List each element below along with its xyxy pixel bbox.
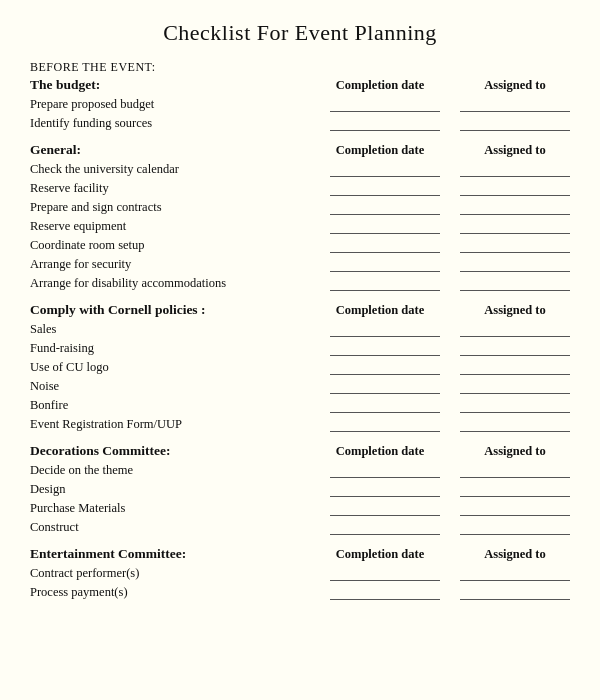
item-label: Construct bbox=[30, 520, 330, 535]
list-item: Process payment(s) bbox=[30, 584, 570, 601]
item-fields bbox=[330, 323, 570, 337]
item-fields bbox=[330, 201, 570, 215]
col-header-assigned: Assigned to bbox=[460, 303, 570, 318]
item-fields bbox=[330, 220, 570, 234]
section-1: General:Completion dateAssigned toCheck … bbox=[30, 142, 570, 292]
item-fields bbox=[330, 521, 570, 535]
assigned-field[interactable] bbox=[460, 380, 570, 394]
completion-field[interactable] bbox=[330, 342, 440, 356]
item-label: Sales bbox=[30, 322, 330, 337]
completion-field[interactable] bbox=[330, 521, 440, 535]
assigned-field[interactable] bbox=[460, 277, 570, 291]
assigned-field[interactable] bbox=[460, 567, 570, 581]
completion-field[interactable] bbox=[330, 361, 440, 375]
completion-field[interactable] bbox=[330, 586, 440, 600]
item-fields bbox=[330, 586, 570, 600]
list-item: Noise bbox=[30, 378, 570, 395]
completion-field[interactable] bbox=[330, 464, 440, 478]
list-item: Identify funding sources bbox=[30, 115, 570, 132]
completion-field[interactable] bbox=[330, 380, 440, 394]
completion-field[interactable] bbox=[330, 220, 440, 234]
item-fields bbox=[330, 399, 570, 413]
item-label: Check the university calendar bbox=[30, 162, 330, 177]
assigned-field[interactable] bbox=[460, 483, 570, 497]
completion-field[interactable] bbox=[330, 182, 440, 196]
assigned-field[interactable] bbox=[460, 399, 570, 413]
item-label: Prepare and sign contracts bbox=[30, 200, 330, 215]
item-label: Arrange for security bbox=[30, 257, 330, 272]
list-item: Design bbox=[30, 481, 570, 498]
assigned-field[interactable] bbox=[460, 521, 570, 535]
list-item: Event Registration Form/UUP bbox=[30, 416, 570, 433]
col-header-assigned: Assigned to bbox=[460, 143, 570, 158]
list-item: Sales bbox=[30, 321, 570, 338]
item-fields bbox=[330, 117, 570, 131]
assigned-field[interactable] bbox=[460, 361, 570, 375]
col-headers: Completion dateAssigned to bbox=[320, 78, 570, 93]
assigned-field[interactable] bbox=[460, 342, 570, 356]
completion-field[interactable] bbox=[330, 399, 440, 413]
col-header-completion: Completion date bbox=[320, 143, 440, 158]
item-label: Decide on the theme bbox=[30, 463, 330, 478]
assigned-field[interactable] bbox=[460, 502, 570, 516]
col-headers: Completion dateAssigned to bbox=[320, 303, 570, 318]
completion-field[interactable] bbox=[330, 418, 440, 432]
section-0: BEFORE THE EVENT:The budget:Completion d… bbox=[30, 60, 570, 132]
assigned-field[interactable] bbox=[460, 323, 570, 337]
item-label: Contract performer(s) bbox=[30, 566, 330, 581]
assigned-field[interactable] bbox=[460, 239, 570, 253]
completion-field[interactable] bbox=[330, 201, 440, 215]
col-headers: Completion dateAssigned to bbox=[320, 444, 570, 459]
item-fields bbox=[330, 182, 570, 196]
completion-field[interactable] bbox=[330, 163, 440, 177]
assigned-field[interactable] bbox=[460, 586, 570, 600]
col-header-completion: Completion date bbox=[320, 303, 440, 318]
list-item: Check the university calendar bbox=[30, 161, 570, 178]
item-fields bbox=[330, 502, 570, 516]
item-label: Process payment(s) bbox=[30, 585, 330, 600]
assigned-field[interactable] bbox=[460, 117, 570, 131]
assigned-field[interactable] bbox=[460, 258, 570, 272]
item-label: Reserve facility bbox=[30, 181, 330, 196]
assigned-field[interactable] bbox=[460, 98, 570, 112]
item-fields bbox=[330, 163, 570, 177]
item-fields bbox=[330, 258, 570, 272]
completion-field[interactable] bbox=[330, 567, 440, 581]
completion-field[interactable] bbox=[330, 239, 440, 253]
section-title: Decorations Committee: bbox=[30, 443, 171, 459]
list-item: Reserve facility bbox=[30, 180, 570, 197]
completion-field[interactable] bbox=[330, 323, 440, 337]
section-4: Entertainment Committee:Completion dateA… bbox=[30, 546, 570, 601]
item-fields bbox=[330, 361, 570, 375]
completion-field[interactable] bbox=[330, 98, 440, 112]
assigned-field[interactable] bbox=[460, 464, 570, 478]
item-label: Fund-raising bbox=[30, 341, 330, 356]
completion-field[interactable] bbox=[330, 483, 440, 497]
item-label: Coordinate room setup bbox=[30, 238, 330, 253]
list-item: Fund-raising bbox=[30, 340, 570, 357]
item-fields bbox=[330, 98, 570, 112]
col-header-assigned: Assigned to bbox=[460, 444, 570, 459]
completion-field[interactable] bbox=[330, 502, 440, 516]
item-fields bbox=[330, 418, 570, 432]
completion-field[interactable] bbox=[330, 117, 440, 131]
completion-field[interactable] bbox=[330, 258, 440, 272]
assigned-field[interactable] bbox=[460, 220, 570, 234]
completion-field[interactable] bbox=[330, 277, 440, 291]
item-fields bbox=[330, 342, 570, 356]
col-header-assigned: Assigned to bbox=[460, 547, 570, 562]
col-header-assigned: Assigned to bbox=[460, 78, 570, 93]
col-header-completion: Completion date bbox=[320, 547, 440, 562]
assigned-field[interactable] bbox=[460, 201, 570, 215]
list-item: Contract performer(s) bbox=[30, 565, 570, 582]
assigned-field[interactable] bbox=[460, 163, 570, 177]
list-item: Reserve equipment bbox=[30, 218, 570, 235]
item-fields bbox=[330, 464, 570, 478]
item-fields bbox=[330, 380, 570, 394]
list-item: Prepare proposed budget bbox=[30, 96, 570, 113]
assigned-field[interactable] bbox=[460, 418, 570, 432]
list-item: Arrange for disability accommodations bbox=[30, 275, 570, 292]
list-item: Decide on the theme bbox=[30, 462, 570, 479]
assigned-field[interactable] bbox=[460, 182, 570, 196]
col-header-completion: Completion date bbox=[320, 78, 440, 93]
